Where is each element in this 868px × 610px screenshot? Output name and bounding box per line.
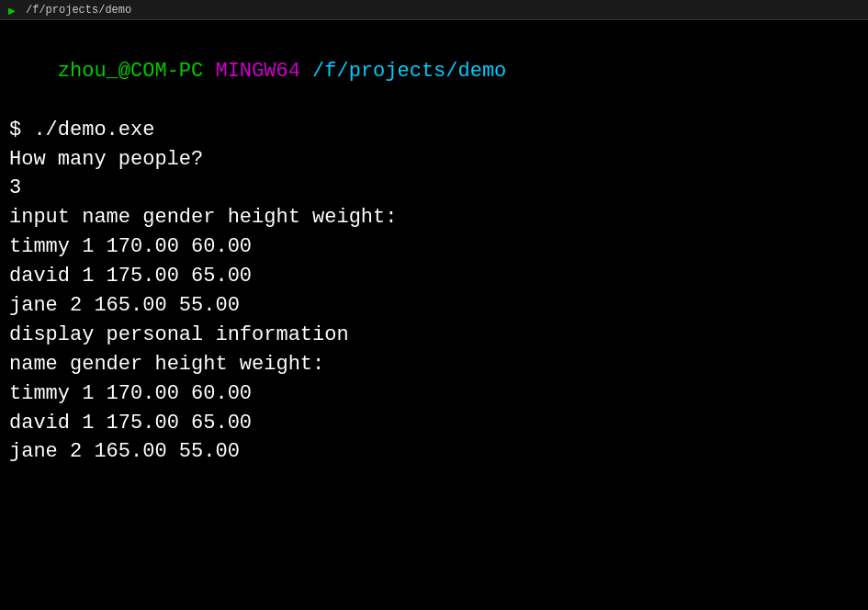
prompt-shell: MINGW64 (215, 60, 299, 83)
prompt-space2 (300, 60, 312, 83)
output-line-3: timmy 1 170.00 60.00 (9, 232, 859, 262)
output-line-6: display personal information (9, 321, 859, 350)
terminal-icon: ▶ (7, 4, 20, 17)
output-line-7: name gender height weight: (9, 350, 859, 379)
output-line-0: How many people? (9, 145, 859, 175)
output-line-2: input name gender height weight: (9, 203, 859, 232)
prompt-line: zhou_@COM-PC MINGW64 /f/projects/demo (9, 28, 859, 116)
output-line-5: jane 2 165.00 55.00 (9, 291, 859, 321)
output-line-8: timmy 1 170.00 60.00 (9, 379, 859, 409)
title-bar-text: /f/projects/demo (26, 4, 131, 17)
terminal-body: zhou_@COM-PC MINGW64 /f/projects/demo $ … (0, 20, 868, 610)
svg-text:▶: ▶ (8, 6, 16, 17)
title-bar: ▶ /f/projects/demo (0, 0, 868, 20)
output-line-1: 3 (9, 174, 859, 203)
command-line: $ ./demo.exe (9, 116, 859, 145)
prompt-space (203, 60, 215, 83)
output-line-10: jane 2 165.00 55.00 (9, 437, 859, 467)
prompt-path: /f/projects/demo (312, 60, 506, 83)
output-line-9: david 1 175.00 65.00 (9, 409, 859, 438)
output-line-4: david 1 175.00 65.00 (9, 262, 859, 291)
prompt-user: zhou_@COM-PC (58, 60, 203, 83)
